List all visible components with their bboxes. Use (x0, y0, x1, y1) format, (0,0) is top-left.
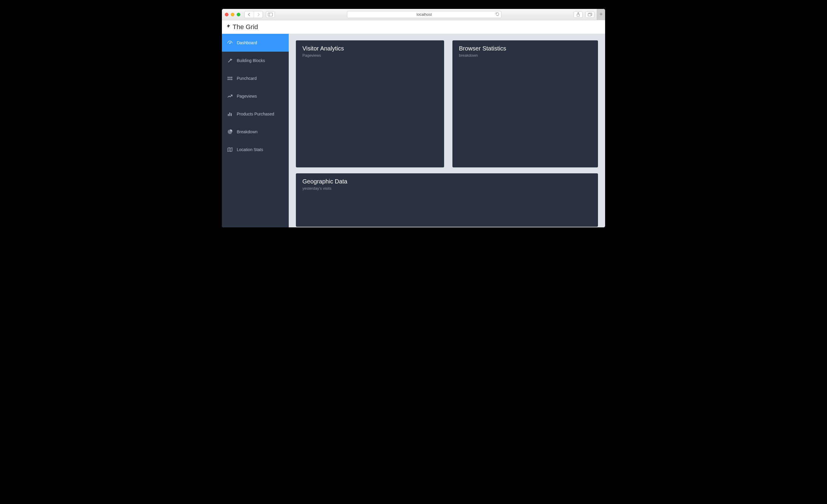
trend-up-icon (227, 93, 233, 99)
card-title: Geographic Data (302, 178, 591, 185)
sidebar-item-label: Building Blocks (237, 58, 265, 63)
card-visitor-analytics: Visitor Analytics Pageviews (296, 40, 444, 167)
svg-point-11 (231, 79, 232, 80)
browser-chrome: localhost (222, 9, 605, 20)
svg-rect-13 (229, 112, 230, 116)
svg-rect-12 (228, 114, 229, 116)
card-title: Browser Statistics (459, 45, 591, 52)
forward-button[interactable] (254, 11, 262, 18)
app-layout: Dashboard Building Blocks (222, 34, 605, 227)
svg-point-8 (231, 77, 232, 78)
svg-point-9 (228, 79, 229, 80)
tabs-button[interactable] (585, 11, 594, 18)
sidebar-item-label: Breakdown (237, 129, 257, 134)
sidebar-item-label: Products Purchased (237, 112, 274, 116)
wrench-icon (227, 58, 233, 63)
card-browser-statistics: Browser Statistics breakdown (452, 40, 598, 167)
svg-point-6 (228, 77, 229, 78)
brand-title: The Grid (233, 23, 258, 31)
sidebar-item-products-purchased[interactable]: Products Purchased (222, 105, 289, 123)
card-subtitle: yesterday's visits (302, 186, 591, 190)
app-header: The Grid (222, 20, 605, 34)
reload-icon[interactable] (495, 12, 499, 17)
svg-point-7 (229, 77, 230, 78)
sidebar-item-label: Pageviews (237, 94, 257, 99)
svg-point-10 (229, 79, 230, 80)
dots-grid-icon (227, 75, 233, 81)
nav-button-group (244, 11, 263, 18)
pie-chart-icon (227, 129, 233, 135)
svg-marker-15 (228, 148, 232, 151)
brand[interactable]: The Grid (226, 23, 258, 31)
sidebar-item-label: Punchcard (237, 76, 257, 81)
card-subtitle: Pageviews (302, 53, 438, 58)
card-title: Visitor Analytics (302, 45, 438, 52)
window-controls (225, 13, 240, 16)
address-bar[interactable]: localhost (347, 11, 501, 18)
main-content: Visitor Analytics Pageviews Browser Stat… (289, 34, 605, 227)
new-tab-button[interactable]: + (597, 9, 605, 20)
lightning-icon (226, 23, 231, 31)
sidebar-item-label: Dashboard (237, 40, 257, 45)
sidebar: Dashboard Building Blocks (222, 34, 289, 227)
share-button[interactable] (574, 11, 583, 18)
sidebar-item-dashboard[interactable]: Dashboard (222, 34, 289, 52)
browser-window: localhost (222, 9, 605, 227)
svg-rect-0 (268, 13, 273, 16)
sidebar-item-building-blocks[interactable]: Building Blocks (222, 52, 289, 69)
card-subtitle: breakdown (459, 53, 591, 58)
svg-rect-14 (231, 113, 232, 116)
maximize-window-button[interactable] (237, 13, 240, 16)
sidebar-item-breakdown[interactable]: Breakdown (222, 123, 289, 141)
gauge-icon (227, 40, 233, 46)
sidebar-item-label: Location Stats (237, 147, 263, 152)
sidebar-toggle-button[interactable] (266, 11, 275, 18)
toolbar-right (574, 11, 594, 18)
map-icon (227, 147, 233, 153)
minimize-window-button[interactable] (231, 13, 234, 16)
sidebar-item-punchcard[interactable]: Punchcard (222, 69, 289, 87)
bar-chart-icon (227, 111, 233, 117)
sidebar-item-pageviews[interactable]: Pageviews (222, 87, 289, 105)
close-window-button[interactable] (225, 13, 229, 16)
address-text: localhost (417, 12, 432, 17)
card-geographic-data: Geographic Data yesterday's visits (296, 173, 598, 227)
back-button[interactable] (245, 11, 254, 18)
sidebar-item-location-stats[interactable]: Location Stats (222, 141, 289, 159)
svg-rect-3 (588, 14, 591, 16)
